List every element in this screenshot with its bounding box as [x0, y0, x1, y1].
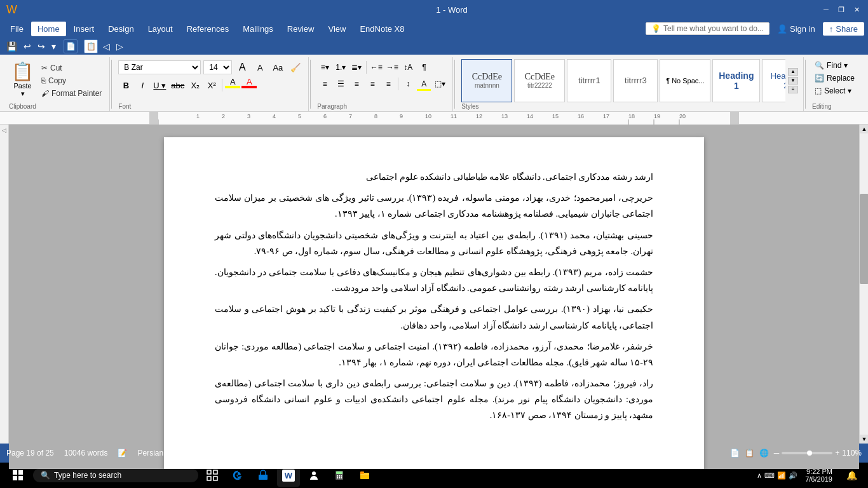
share-button[interactable]: ↑ Share	[823, 22, 864, 36]
network-icon[interactable]: 📶	[777, 471, 786, 480]
style-heading2[interactable]: Heading 2	[762, 59, 785, 102]
line-spacing-button[interactable]: ↕	[400, 76, 416, 92]
nav-icon-right[interactable]: ▷	[115, 40, 125, 53]
view-web-icon[interactable]: 🌐	[759, 449, 769, 458]
clear-format-button[interactable]: 🧹	[288, 60, 303, 75]
restore-button[interactable]: ❐	[836, 4, 846, 15]
nav-icon[interactable]: ◁	[102, 40, 111, 53]
align-center-button[interactable]: ☰	[333, 76, 348, 92]
text-highlight-button[interactable]: A	[225, 78, 240, 93]
start-button[interactable]	[5, 463, 31, 488]
styles-expand[interactable]: ≡	[788, 86, 798, 93]
align-left-button[interactable]: ≡	[317, 76, 332, 92]
menu-view[interactable]: View	[322, 22, 352, 36]
underline-button[interactable]: U ▾	[151, 78, 168, 93]
taskbar-file-explorer[interactable]	[353, 464, 376, 487]
style-heading1[interactable]: Heading 1	[712, 59, 760, 102]
sign-in-button[interactable]: 👤 Sign in	[777, 24, 815, 34]
copy-button[interactable]: ⎘ Copy	[39, 75, 104, 86]
minimize-button[interactable]: ─	[821, 4, 831, 15]
italic-button[interactable]: I	[135, 78, 150, 93]
change-case-button[interactable]: Aa	[270, 60, 285, 75]
view-print-button[interactable]: 📋	[84, 39, 98, 53]
font-name-select[interactable]: B Zar	[118, 60, 201, 74]
style-normal[interactable]: CcDdEe matnnnn	[461, 59, 512, 102]
superscript-button[interactable]: X²	[204, 78, 219, 93]
multilevel-button[interactable]: ≣▾	[349, 60, 364, 75]
paste-button[interactable]: 📋 Paste ▾	[9, 60, 36, 99]
style-titrr1[interactable]: titrrrr1	[567, 59, 611, 102]
justify-low-button[interactable]: ≡	[381, 76, 396, 92]
format-painter-button[interactable]: 🖌 Format Painter	[39, 88, 104, 99]
menu-references[interactable]: References	[180, 22, 235, 36]
menu-insert[interactable]: Insert	[67, 22, 101, 36]
view-read-button[interactable]: 📄	[64, 39, 78, 53]
font-size-select[interactable]: 14	[203, 60, 232, 74]
bold-button[interactable]: B	[118, 78, 133, 93]
styles-scroll-up[interactable]: ▲	[788, 68, 798, 76]
document-page[interactable]: ارشد رشته مددکاری اجتماعی. دانشگاه علامه…	[164, 137, 704, 469]
svg-rect-26	[18, 470, 23, 475]
menu-mailings[interactable]: Mailings	[236, 22, 280, 36]
style-no-spacing[interactable]: CcDdEe titr22222	[514, 59, 565, 102]
show-marks-button[interactable]: ¶	[416, 60, 431, 75]
taskbar-store[interactable]	[252, 464, 275, 487]
view-print-icon[interactable]: 📋	[745, 449, 754, 458]
borders-button[interactable]: ⬚▾	[432, 76, 447, 92]
redo-button[interactable]: ↪	[36, 40, 46, 53]
styles-scroll-down[interactable]: ▼	[788, 77, 798, 85]
paragraph-group: ≡▾ 1.▾ ≣▾ ←≡ →≡ ↕A ¶ ≡ ☰ ≡ ≡ ≡ ↕ A ⬚▾ Pa…	[312, 57, 453, 111]
menu-review[interactable]: Review	[281, 22, 321, 36]
style-no-space[interactable]: ¶ No Spac...	[660, 59, 710, 102]
volume-icon[interactable]: 🔊	[789, 471, 797, 480]
zoom-slider[interactable]	[782, 452, 832, 454]
shrink-font-button[interactable]: A	[252, 60, 268, 75]
quick-access-dropdown[interactable]: ▾	[50, 40, 57, 53]
tell-me-search[interactable]: 💡 Tell me what you want to do...	[646, 22, 770, 35]
svg-text:7: 7	[349, 113, 352, 119]
replace-button[interactable]: 🔄 Replace	[812, 72, 857, 84]
bullets-button[interactable]: ≡▾	[317, 60, 332, 75]
zoom-out-button[interactable]: ─	[774, 449, 780, 458]
font-color-button[interactable]: A	[241, 78, 257, 93]
cut-button[interactable]: ✂ Cut	[39, 62, 104, 74]
scroll-thumb[interactable]	[860, 194, 868, 284]
scroll-up-button[interactable]: ▲	[860, 125, 868, 133]
menu-layout[interactable]: Layout	[142, 22, 179, 36]
find-button[interactable]: 🔍 Find ▾	[812, 60, 857, 71]
taskbar-word[interactable]: W	[277, 464, 300, 487]
subscript-button[interactable]: X₂	[187, 78, 203, 93]
align-right-button[interactable]: ≡	[349, 76, 364, 92]
taskbar-task-view[interactable]	[201, 464, 224, 487]
taskbar-search[interactable]: 🔍 Type here to search	[33, 468, 198, 482]
justify-button[interactable]: ≡	[365, 76, 380, 92]
menu-design[interactable]: Design	[102, 22, 140, 36]
taskbar-people[interactable]	[302, 464, 325, 487]
zoom-in-button[interactable]: +	[835, 449, 839, 458]
increase-indent-button[interactable]: →≡	[384, 60, 400, 75]
menu-endnote[interactable]: EndNote X8	[353, 22, 410, 36]
menu-file[interactable]: File	[4, 22, 30, 36]
decrease-indent-button[interactable]: ←≡	[369, 60, 384, 75]
window-controls[interactable]: ─ ❐ ✕	[821, 4, 862, 15]
menu-home[interactable]: Home	[31, 22, 66, 36]
save-button[interactable]: 💾	[5, 40, 18, 53]
close-button[interactable]: ✕	[851, 4, 862, 15]
numbering-button[interactable]: 1.▾	[333, 60, 348, 75]
clock[interactable]: 9:22 PM 7/6/2019	[805, 468, 832, 483]
sort-button[interactable]: ↕A	[400, 60, 416, 75]
style-titrr3[interactable]: titrrrr3	[613, 59, 658, 102]
taskbar-edge[interactable]	[226, 464, 249, 487]
view-read-icon[interactable]: 📄	[730, 449, 740, 458]
taskbar-calculator[interactable]	[328, 464, 351, 487]
shading-button[interactable]: A	[416, 76, 431, 92]
grow-font-button[interactable]: A	[234, 60, 250, 75]
undo-button[interactable]: ↩	[22, 40, 32, 53]
select-button[interactable]: ⬚ Select ▾	[812, 85, 857, 97]
notification-button[interactable]: 🔔	[840, 464, 863, 487]
strikethrough-button[interactable]: abc	[169, 78, 186, 93]
tray-up-arrow[interactable]: ∧	[757, 471, 762, 480]
paste-dropdown[interactable]: ▾	[21, 90, 25, 98]
scroll-down-button[interactable]: ▼	[860, 435, 868, 444]
right-scrollbar[interactable]: ▲ ▼	[859, 125, 868, 444]
